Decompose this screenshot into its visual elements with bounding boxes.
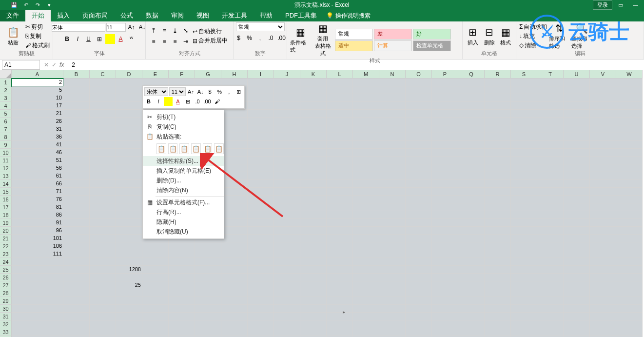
autosum-button[interactable]: Σ自动求和 — [519, 23, 547, 31]
cell-C15[interactable] — [90, 188, 116, 196]
format-as-table-button[interactable]: ▦套用 表格格式 — [312, 22, 333, 57]
cell-A6[interactable]: 26 — [12, 118, 63, 125]
cell-T24[interactable] — [537, 258, 564, 266]
cell-H29[interactable] — [221, 297, 248, 305]
cell-R26[interactable] — [485, 274, 511, 281]
cell-J32[interactable] — [274, 320, 300, 328]
column-header-V[interactable]: V — [590, 70, 616, 79]
column-header-K[interactable]: K — [300, 70, 327, 79]
cell-L25[interactable] — [327, 266, 353, 274]
cell-P13[interactable] — [432, 172, 458, 180]
cell-A23[interactable]: 111 — [12, 250, 63, 258]
column-header-L[interactable]: L — [327, 70, 353, 79]
cell-V13[interactable] — [590, 172, 616, 180]
mini-comma-icon[interactable]: , — [225, 87, 234, 96]
cell-N16[interactable] — [379, 196, 406, 203]
cell-N17[interactable] — [379, 203, 406, 211]
align-middle-icon[interactable]: ≡ — [159, 26, 169, 36]
cell-T31[interactable] — [537, 313, 564, 320]
cell-L10[interactable] — [327, 149, 353, 157]
cell-B1[interactable] — [63, 79, 90, 86]
cell-T1[interactable] — [537, 79, 564, 86]
row-header-11[interactable]: 11 — [0, 157, 12, 164]
cell-S15[interactable] — [511, 188, 537, 196]
column-header-J[interactable]: J — [274, 70, 300, 79]
mini-decrease-font-icon[interactable]: A↓ — [196, 87, 205, 96]
cell-Q3[interactable] — [458, 94, 485, 102]
cell-U33[interactable] — [564, 328, 590, 336]
cell-A3[interactable]: 10 — [12, 94, 63, 102]
cell-J28[interactable] — [274, 289, 300, 297]
cell-T2[interactable] — [537, 86, 564, 94]
paste-option-3[interactable]: 📋 — [179, 143, 189, 154]
cell-N8[interactable] — [379, 133, 406, 141]
mini-fill-color-button[interactable] — [164, 97, 173, 106]
cell-N24[interactable] — [379, 258, 406, 266]
cell-G31[interactable] — [195, 313, 221, 320]
cell-M26[interactable] — [353, 274, 379, 281]
cell-P27[interactable] — [432, 281, 458, 289]
cell-M31[interactable] — [353, 313, 379, 320]
cell-W10[interactable] — [616, 149, 643, 157]
cell-U14[interactable] — [564, 180, 590, 188]
cell-H15[interactable] — [221, 188, 248, 196]
cell-C7[interactable] — [90, 125, 116, 133]
cell-C21[interactable] — [90, 235, 116, 242]
cell-W28[interactable] — [616, 289, 643, 297]
cell-I26[interactable] — [248, 274, 274, 281]
cell-V22[interactable] — [590, 242, 616, 250]
cell-D25[interactable]: 1288 — [116, 266, 142, 274]
cell-S23[interactable] — [511, 250, 537, 258]
cell-U17[interactable] — [564, 203, 590, 211]
row-header-28[interactable]: 28 — [0, 289, 12, 297]
cell-L23[interactable] — [327, 250, 353, 258]
cell-N1[interactable] — [379, 79, 406, 86]
cell-R11[interactable] — [485, 157, 511, 164]
cell-A28[interactable] — [12, 289, 63, 297]
cell-R5[interactable] — [485, 110, 511, 118]
cell-R13[interactable] — [485, 172, 511, 180]
cell-J7[interactable] — [274, 125, 300, 133]
cell-V8[interactable] — [590, 133, 616, 141]
cell-U4[interactable] — [564, 102, 590, 110]
cell-A8[interactable]: 36 — [12, 133, 63, 141]
cell-J12[interactable] — [274, 164, 300, 172]
cell-U10[interactable] — [564, 149, 590, 157]
cell-A1[interactable]: 2 — [12, 79, 63, 86]
cell-C8[interactable] — [90, 133, 116, 141]
cell-H25[interactable] — [221, 266, 248, 274]
cell-Q33[interactable] — [458, 328, 485, 336]
cell-U28[interactable] — [564, 289, 590, 297]
mini-decimal-inc-icon[interactable]: .0 — [193, 97, 202, 106]
cell-H5[interactable] — [221, 110, 248, 118]
cell-M29[interactable] — [353, 297, 379, 305]
menu-format-cells[interactable]: ▦设置单元格格式(F)... — [143, 198, 224, 207]
cell-N2[interactable] — [379, 86, 406, 94]
align-bottom-icon[interactable]: ⤓ — [170, 26, 180, 36]
cell-O17[interactable] — [406, 203, 432, 211]
cell-R21[interactable] — [485, 235, 511, 242]
cell-L27[interactable] — [327, 281, 353, 289]
row-header-9[interactable]: 9 — [0, 141, 12, 149]
cell-C25[interactable] — [90, 266, 116, 274]
row-header-7[interactable]: 7 — [0, 125, 12, 133]
cell-I18[interactable] — [248, 211, 274, 219]
cell-K11[interactable] — [300, 157, 327, 164]
cell-S3[interactable] — [511, 94, 537, 102]
find-select-button[interactable]: 🔍查找和选择 — [571, 22, 592, 50]
insert-cells-button[interactable]: ⊞插入 — [466, 26, 480, 46]
cell-Q27[interactable] — [458, 281, 485, 289]
cell-C14[interactable] — [90, 180, 116, 188]
cell-T4[interactable] — [537, 102, 564, 110]
cell-R17[interactable] — [485, 203, 511, 211]
cell-Q22[interactable] — [458, 242, 485, 250]
cell-D23[interactable] — [116, 250, 142, 258]
cell-I1[interactable] — [248, 79, 274, 86]
cell-H17[interactable] — [221, 203, 248, 211]
row-header-30[interactable]: 30 — [0, 305, 12, 313]
cell-B29[interactable] — [63, 297, 90, 305]
cell-B12[interactable] — [63, 164, 90, 172]
cell-V9[interactable] — [590, 141, 616, 149]
cell-A10[interactable]: 46 — [12, 149, 63, 157]
cell-K16[interactable] — [300, 196, 327, 203]
